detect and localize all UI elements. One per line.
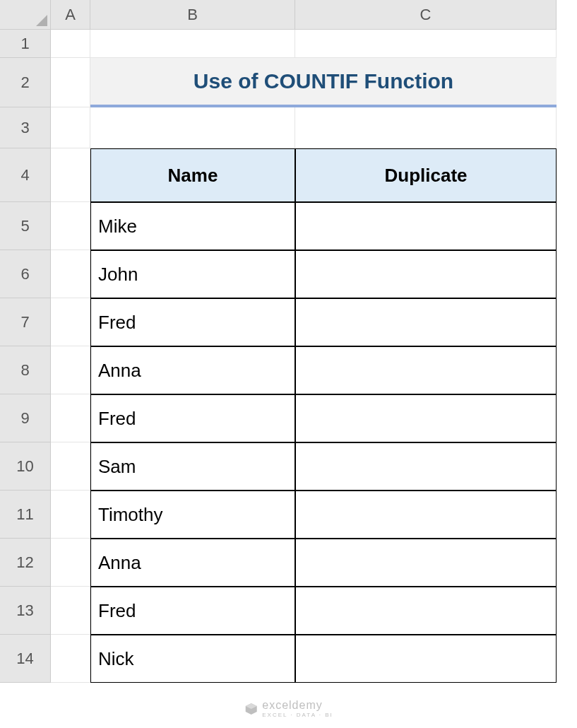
watermark-tag: EXCEL · DATA · BI <box>262 712 333 718</box>
cell[interactable] <box>51 148 90 202</box>
watermark-brand: exceldemy <box>262 699 322 711</box>
watermark: exceldemy EXCEL · DATA · BI <box>244 699 333 718</box>
cell[interactable] <box>51 250 90 298</box>
table-row-duplicate[interactable] <box>295 394 557 442</box>
select-all-triangle-icon <box>36 15 47 26</box>
logo-icon <box>244 702 258 716</box>
cell[interactable] <box>90 30 295 58</box>
table-row-duplicate[interactable] <box>295 250 557 298</box>
row-header-1[interactable]: 1 <box>0 30 51 58</box>
row-header-5[interactable]: 5 <box>0 202 51 250</box>
table-header-name: Name <box>90 148 295 202</box>
cell[interactable] <box>51 587 90 635</box>
column-headers: ABC <box>51 0 557 30</box>
table-row-duplicate[interactable] <box>295 202 557 250</box>
table-header-duplicate: Duplicate <box>295 148 557 202</box>
cell[interactable] <box>51 30 90 58</box>
row-header-13[interactable]: 13 <box>0 587 51 635</box>
cell[interactable] <box>295 30 557 58</box>
table-row-name[interactable]: Fred <box>90 298 295 346</box>
cell[interactable] <box>51 539 90 587</box>
table-row-name[interactable]: Sam <box>90 442 295 491</box>
row-header-7[interactable]: 7 <box>0 298 51 346</box>
cell[interactable] <box>51 346 90 394</box>
column-header-B[interactable]: B <box>90 0 295 30</box>
cell[interactable] <box>295 107 557 148</box>
table-row-name[interactable]: Nick <box>90 635 295 683</box>
cell[interactable] <box>51 635 90 683</box>
column-header-C[interactable]: C <box>295 0 557 30</box>
table-row-duplicate[interactable] <box>295 491 557 539</box>
row-headers: 1234567891011121314 <box>0 30 51 683</box>
cell[interactable] <box>51 58 90 107</box>
cell[interactable] <box>51 107 90 148</box>
svg-marker-0 <box>36 15 47 26</box>
row-header-9[interactable]: 9 <box>0 394 51 442</box>
table-row-duplicate[interactable] <box>295 587 557 635</box>
table-row-name[interactable]: Anna <box>90 539 295 587</box>
row-header-2[interactable]: 2 <box>0 58 51 107</box>
row-header-10[interactable]: 10 <box>0 442 51 491</box>
table-row-name[interactable]: Fred <box>90 587 295 635</box>
row-header-14[interactable]: 14 <box>0 635 51 683</box>
row-header-8[interactable]: 8 <box>0 346 51 394</box>
table-row-duplicate[interactable] <box>295 346 557 394</box>
table-row-name[interactable]: Anna <box>90 346 295 394</box>
watermark-text: exceldemy EXCEL · DATA · BI <box>262 699 333 718</box>
table-row-name[interactable]: Mike <box>90 202 295 250</box>
cell[interactable] <box>51 442 90 491</box>
table-row-name[interactable]: Fred <box>90 394 295 442</box>
column-header-A[interactable]: A <box>51 0 90 30</box>
row-header-4[interactable]: 4 <box>0 148 51 202</box>
page-title: Use of COUNTIF Function <box>90 58 557 107</box>
cell[interactable] <box>51 491 90 539</box>
table-row-duplicate[interactable] <box>295 298 557 346</box>
table-row-duplicate[interactable] <box>295 635 557 683</box>
table-row-duplicate[interactable] <box>295 539 557 587</box>
row-header-12[interactable]: 12 <box>0 539 51 587</box>
row-header-11[interactable]: 11 <box>0 491 51 539</box>
cell[interactable] <box>51 298 90 346</box>
cell[interactable] <box>51 202 90 250</box>
table-row-name[interactable]: John <box>90 250 295 298</box>
table-row-duplicate[interactable] <box>295 442 557 491</box>
cell[interactable] <box>51 394 90 442</box>
select-all-corner[interactable] <box>0 0 51 30</box>
cell[interactable] <box>90 107 295 148</box>
table-row-name[interactable]: Timothy <box>90 491 295 539</box>
row-header-3[interactable]: 3 <box>0 107 51 148</box>
row-header-6[interactable]: 6 <box>0 250 51 298</box>
